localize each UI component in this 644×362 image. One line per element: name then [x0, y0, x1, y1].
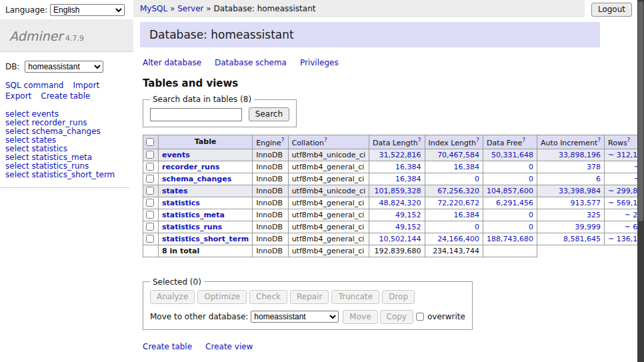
row-checkbox[interactable]	[146, 235, 154, 243]
action-link-privileges[interactable]: Privileges	[300, 58, 339, 67]
cell-data_free-link[interactable]: 0	[529, 211, 533, 219]
bulk-analyze-button[interactable]: Analyze	[150, 290, 195, 304]
column-header-collation: Collation?	[288, 135, 369, 149]
bulk-repair-button[interactable]: Repair	[290, 290, 329, 304]
table-name-link[interactable]: statistics	[162, 199, 200, 207]
overwrite-label[interactable]: overwrite	[427, 312, 465, 321]
table-name-link[interactable]: statistics_short_term	[162, 235, 249, 243]
cell-auto_increment-link[interactable]: 913,577	[571, 199, 601, 207]
row-checkbox[interactable]	[146, 199, 154, 207]
cell-auto_increment-link[interactable]: 39,999	[575, 223, 601, 231]
cell-data_length: 16,384	[369, 161, 425, 173]
cell-data_free-link[interactable]: 0	[529, 163, 533, 171]
link-create-view[interactable]: Create view	[205, 342, 253, 351]
vertical-scrollbar[interactable]	[637, 0, 644, 362]
cell-data_length: 48,824,320	[369, 197, 425, 209]
db-select[interactable]: homeassistant	[25, 61, 103, 73]
cell-index_length-link[interactable]: 67,256,320	[437, 187, 479, 195]
language-select[interactable]: English	[50, 4, 125, 16]
total-label: 8 in total	[159, 245, 253, 257]
app-version[interactable]: 4.7.9	[65, 34, 84, 43]
breadcrumb-item-mysql[interactable]: MySQL	[140, 4, 167, 13]
select-all-checkbox[interactable]	[146, 138, 154, 146]
cell-data_length-link[interactable]: 10,502,144	[379, 235, 421, 243]
cell-auto_increment-link[interactable]: 33,398,984	[559, 187, 601, 195]
table-name-link[interactable]: statistics_runs	[162, 223, 222, 231]
cell-index_length-link[interactable]: 24,166,400	[437, 235, 479, 243]
cell-auto_increment-link[interactable]: 325	[587, 211, 601, 219]
cell-index_length-link[interactable]: 16,384	[454, 163, 480, 171]
cell-index_length-link[interactable]: 70,467,584	[437, 151, 479, 159]
cell-data_length-link[interactable]: 48,824,320	[379, 199, 421, 207]
table-name-link[interactable]: states	[162, 187, 188, 195]
cell-data_length-link[interactable]: 16,384	[395, 163, 421, 171]
cell-index_length: 72,220,672	[425, 197, 483, 209]
sidebar-link-create-table[interactable]: Create table	[41, 91, 90, 101]
cell-auto_increment-link[interactable]: 378	[587, 163, 601, 171]
main-content: MySQL » Server » Database: homeassistant…	[133, 0, 637, 362]
search-button[interactable]: Search	[249, 107, 289, 121]
action-link-alter-database[interactable]: Alter database	[143, 58, 201, 67]
table-name-link[interactable]: recorder_runs	[162, 163, 219, 171]
scrollbar-thumb[interactable]	[638, 1, 643, 221]
sidebar-select-statistics-short-term[interactable]: select statistics_short_term	[5, 171, 124, 179]
cell-index_length-link[interactable]: 0	[475, 223, 479, 231]
overwrite-checkbox[interactable]	[416, 313, 424, 321]
cell-index_length-link[interactable]: 0	[475, 175, 479, 183]
cell-index_length-link[interactable]: 16,384	[454, 211, 480, 219]
cell-data_free-link[interactable]: 0	[529, 175, 533, 183]
cell-data_free-link[interactable]: 6,291,456	[496, 199, 533, 207]
cell-data_length: 10,502,144	[369, 233, 425, 245]
table-name-link[interactable]: statistics_meta	[162, 211, 225, 219]
cell-data_free-link[interactable]: 0	[529, 223, 533, 231]
cell-auto_increment-link[interactable]: 33,898,196	[559, 151, 601, 159]
row-checkbox[interactable]	[146, 187, 154, 195]
bulk-optimize-button[interactable]: Optimize	[197, 290, 247, 304]
cell-engine: InnoDB	[253, 197, 288, 209]
search-input[interactable]	[150, 108, 242, 121]
breadcrumb-item-server[interactable]: Server	[177, 4, 203, 13]
logout-button[interactable]: Logout	[591, 3, 632, 17]
table-name-cell: statistics	[159, 197, 253, 209]
help-mark[interactable]: ?	[522, 137, 525, 143]
cell-data_length-link[interactable]: 49,152	[395, 223, 421, 231]
cell-auto_increment-link[interactable]: 6	[596, 175, 601, 183]
table-name-link[interactable]: schema_changes	[162, 175, 231, 183]
cell-data_length-link[interactable]: 31,522,816	[379, 151, 421, 159]
move-button[interactable]: Move	[343, 310, 377, 324]
help-mark[interactable]: ?	[281, 137, 285, 143]
row-checkbox[interactable]	[146, 175, 154, 183]
row-checkbox[interactable]	[146, 163, 154, 171]
sidebar-link-sql-command[interactable]: SQL command	[5, 81, 63, 90]
cell-data_free-link[interactable]: 188,743,680	[487, 235, 533, 243]
help-mark[interactable]: ?	[597, 137, 601, 143]
row-checkbox[interactable]	[146, 223, 154, 231]
help-mark[interactable]: ?	[324, 137, 327, 143]
sidebar-link-import[interactable]: Import	[73, 81, 99, 90]
bulk-drop-button[interactable]: Drop	[382, 290, 415, 304]
copy-button[interactable]: Copy	[380, 310, 413, 324]
action-link-database-schema[interactable]: Database schema	[215, 58, 287, 67]
sidebar-link-export[interactable]: Export	[5, 91, 31, 101]
cell-data_free-link[interactable]: 50,331,648	[491, 151, 533, 159]
cell-auto_increment: 325	[537, 209, 605, 221]
cell-data_length-link[interactable]: 101,859,328	[375, 187, 421, 195]
help-mark[interactable]: ?	[418, 137, 421, 143]
table-name-link[interactable]: events	[162, 151, 190, 159]
cell-auto_increment: 6	[537, 173, 605, 185]
link-create-table[interactable]: Create table	[143, 342, 192, 351]
help-mark[interactable]: ?	[627, 137, 631, 143]
row-checkbox[interactable]	[146, 151, 154, 159]
help-mark[interactable]: ?	[476, 137, 479, 143]
bulk-truncate-button[interactable]: Truncate	[331, 290, 379, 304]
move-db-select[interactable]: homeassistant	[251, 311, 339, 323]
tables-table-body: eventsInnoDButf8mb4_unicode_ci31,522,816…	[143, 149, 644, 257]
cell-data_length-link[interactable]: 49,152	[395, 211, 421, 219]
row-checkbox[interactable]	[146, 211, 154, 219]
cell-data_free-link[interactable]: 104,857,600	[487, 187, 533, 195]
sidebar-ops-row-1: SQL commandImport	[5, 81, 128, 90]
cell-data_length-link[interactable]: 16,384	[395, 175, 421, 183]
bulk-check-button[interactable]: Check	[249, 290, 287, 304]
cell-index_length-link[interactable]: 72,220,672	[437, 199, 479, 207]
cell-auto_increment-link[interactable]: 8,581,645	[563, 235, 601, 243]
